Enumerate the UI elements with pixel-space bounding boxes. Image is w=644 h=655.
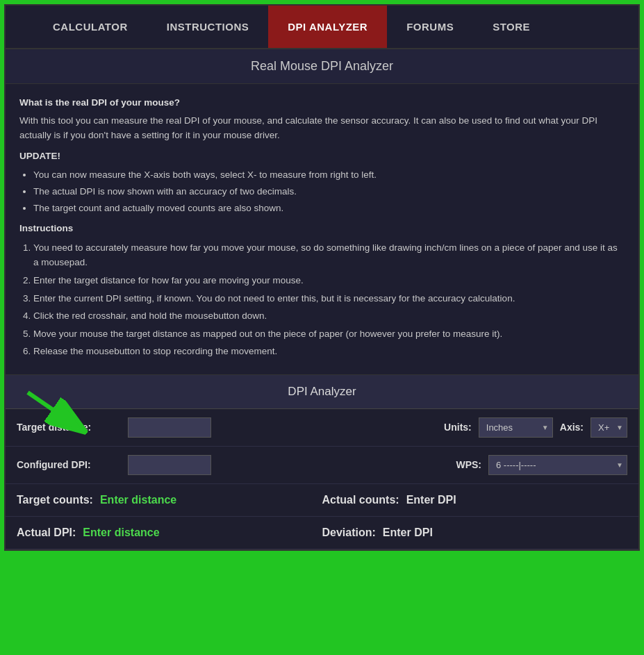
info-intro: With this tool you can measure the real … [19,113,625,143]
nav-calculator[interactable]: CALCULATOR [33,6,147,48]
units-select-wrapper: Inches Centimeters [479,417,553,438]
actual-counts-group: Actual counts: Enter DPI [322,494,628,506]
target-distance-input[interactable] [128,417,211,438]
results-row-2: Actual DPI: Enter distance Deviation: En… [6,517,638,549]
instruction-3: Enter the current DPI setting, if known.… [33,291,625,306]
actual-counts-label: Actual counts: [322,494,399,506]
actual-dpi-label: Actual DPI: [17,527,76,539]
units-axis-group: Units: Inches Centimeters Axis: X+ X- Y+… [444,417,627,438]
results-row-1: Target counts: Enter distance Actual cou… [6,484,638,517]
target-counts-label: Target counts: [17,494,93,506]
results-section: Target counts: Enter distance Actual cou… [6,484,638,549]
analyzer-header: DPI Analyzer [6,375,638,409]
update-heading: UPDATE! [19,151,60,161]
axis-select[interactable]: X+ X- Y+ Y- [591,417,627,438]
instruction-5: Move your mouse the target distance as m… [33,326,625,342]
actual-counts-value: Enter DPI [406,494,456,506]
configured-dpi-label: Configured DPI: [17,459,128,470]
configured-dpi-row: Configured DPI: WPS: 6 -----|----- 125 H… [6,447,638,484]
page-title-bar: Real Mouse DPI Analyzer [6,49,638,84]
analyzer-title: DPI Analyzer [288,385,356,398]
instruction-2: Enter the target distance for how far yo… [33,273,625,288]
app-container: CALCULATOR INSTRUCTIONS DPI ANALYZER FOR… [4,4,640,551]
deviation-value: Enter DPI [383,527,433,539]
instruction-6: Release the mousebutton to stop recordin… [33,344,625,359]
nav-bar: CALCULATOR INSTRUCTIONS DPI ANALYZER FOR… [6,6,638,49]
actual-dpi-group: Actual DPI: Enter distance [17,527,322,539]
target-counts-value: Enter distance [100,494,176,506]
actual-dpi-value: Enter distance [83,527,159,539]
units-label: Units: [444,422,472,433]
nav-forums[interactable]: FORUMS [387,6,473,48]
info-box: What is the real DPI of your mouse? With… [6,84,638,375]
instructions-heading: Instructions [19,223,73,233]
update-item-2: The actual DPI is now shown with an accu… [33,184,625,199]
target-distance-label: Target distance: [17,422,128,433]
wps-select-wrapper: 6 -----|----- 125 Hz 500 Hz 1000 Hz [488,455,627,475]
update-list: You can now measure the X-axis both ways… [33,167,625,215]
form-section: Target distance: Units: Inches Centimete… [6,409,638,484]
update-item-3: The target count and actually moved coun… [33,201,625,216]
axis-select-wrapper: X+ X- Y+ Y- [591,417,627,438]
units-select[interactable]: Inches Centimeters [479,417,553,438]
configured-dpi-input[interactable] [128,455,211,475]
page-title: Real Mouse DPI Analyzer [251,59,393,73]
deviation-label: Deviation: [322,527,376,539]
nav-dpi-analyzer[interactable]: DPI ANALYZER [268,6,387,48]
target-distance-row: Target distance: Units: Inches Centimete… [6,409,638,447]
target-counts-group: Target counts: Enter distance [17,494,322,506]
instruction-1: You need to accurately measure how far y… [33,240,625,270]
nav-store[interactable]: STORE [473,6,550,48]
nav-instructions[interactable]: INSTRUCTIONS [147,6,269,48]
instruction-4: Click the red crosshair, and hold the mo… [33,308,625,324]
update-item-1: You can now measure the X-axis both ways… [33,167,625,183]
deviation-group: Deviation: Enter DPI [322,527,628,539]
wps-label: WPS: [456,459,481,470]
wps-group: WPS: 6 -----|----- 125 Hz 500 Hz 1000 Hz [456,455,627,475]
instructions-list: You need to accurately measure how far y… [33,240,625,359]
info-heading: What is the real DPI of your mouse? [19,97,180,108]
axis-label: Axis: [560,422,584,433]
wps-select[interactable]: 6 -----|----- 125 Hz 500 Hz 1000 Hz [488,455,627,475]
